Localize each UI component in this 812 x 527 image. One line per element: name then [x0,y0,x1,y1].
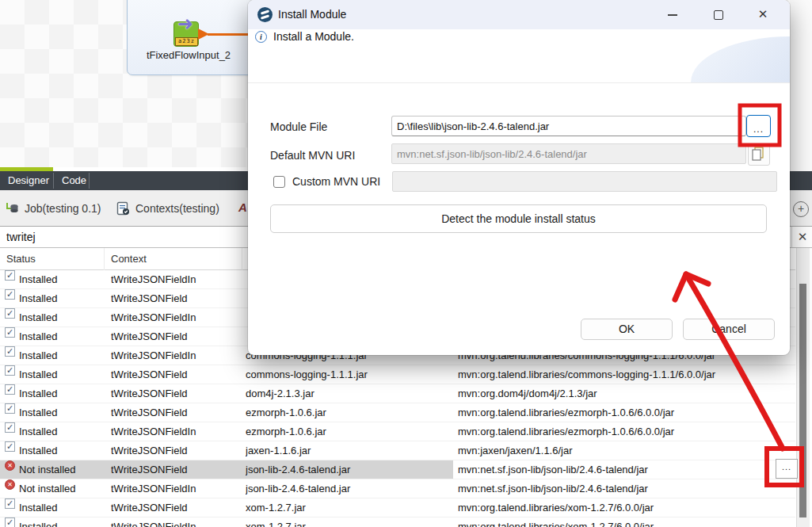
close-icon[interactable]: ✕ [795,228,810,246]
status-icon: ✓ [5,346,15,357]
talend-studio-window: ➜ a23z tFixedFlowInput_2 Designer Code J… [0,0,812,527]
table-row[interactable]: ✓ Installed tWriteJSONFieldIn xom-1.2.7.… [0,517,795,527]
cancel-button[interactable]: Cancel [683,319,775,340]
module-cell: json-lib-2.4.6-talend.jar [246,460,452,479]
status-icon: ✓ [5,270,15,281]
context-cell: tWriteJSONField [111,365,240,384]
search-separator [791,227,792,247]
mvnuri-cell: mvn:org.talend.libraries/ezmorph-1.0.6/6… [458,422,794,441]
status-icon: ✓ [5,498,15,509]
mvnuri-cell: mvn:net.sf.json-lib/json-lib/2.4.6-talen… [458,479,794,498]
context-cell: tWriteJSONFieldIn [111,517,240,527]
table-row[interactable]: ✓ Installed tWriteJSONField ezmorph-1.0.… [0,403,795,422]
status-cell: Installed [19,289,102,307]
mvnuri-cell: mvn:org.talend.libraries/ezmorph-1.0.6/6… [458,403,794,422]
status-icon: ✓ [5,308,15,319]
table-row[interactable]: ✓ Installed tWriteJSONField jaxen-1.1.6.… [0,441,795,460]
default-mvn-uri-label: Default MVN URI [270,149,355,162]
talend-logo-icon [257,7,273,22]
custom-mvn-uri-label: Custom MVN URI [292,175,380,188]
status-cell: Installed [19,270,102,288]
minimize-button[interactable] [654,0,691,29]
copy-icon [749,144,768,163]
context-cell: tWriteJSONField [111,460,240,479]
status-cell: Installed [19,403,102,422]
status-cell: Not installed [19,479,102,498]
custom-mvn-uri-checkbox[interactable] [273,176,285,188]
view-tab-contexts[interactable]: Contexts(testing) [116,190,219,226]
context-cell: tWriteJSONField [111,327,240,346]
status-icon: ✓ [5,403,15,414]
contexts-icon [116,201,130,216]
view-tab-contexts-label: Contexts(testing) [135,202,219,215]
context-cell: tWriteJSONField [111,498,240,517]
column-header-status[interactable]: Status [6,248,36,269]
mvnuri-cell: mvn:org.talend.libraries/commons-logging… [458,365,794,384]
maximize-button[interactable] [700,0,736,29]
minimize-icon [668,14,677,16]
table-row[interactable]: ✓ Installed tWriteJSONField commons-logg… [0,365,795,384]
designer-canvas[interactable]: ➜ a23z tFixedFlowInput_2 [0,0,248,167]
mvnuri-cell: mvn:org.talend.libraries/xom-1.2.7/6.0.0… [458,498,794,517]
context-cell: tWriteJSONFieldIn [111,308,240,327]
tab-separator [89,173,90,189]
context-cell: tWriteJSONFieldIn [111,270,240,288]
context-cell: tWriteJSONField [111,403,240,422]
mvn-uri-cell-browse-button[interactable]: ... [776,459,798,479]
status-cell: Installed [19,441,102,460]
module-cell: json-lib-2.4.6-talend.jar [246,479,452,498]
dialog-title: Install Module [278,0,346,29]
browse-button[interactable]: ... [746,115,771,137]
status-icon: ✕ [5,460,15,471]
ok-button[interactable]: OK [581,319,673,340]
default-mvn-uri-input [391,143,746,164]
canvas-right-margin [790,0,812,171]
mvnuri-cell: mvn:org.dom4j/dom4j/2.1.3/jar [458,384,794,403]
install-module-dialog: Install Module ✕ i Install a Module. Mod… [248,0,790,355]
view-tab-job-label: Job(testing 0.1) [25,202,101,215]
component-arrow-icon: ➜ [177,13,193,35]
copy-uri-button[interactable] [748,143,770,166]
custom-mvn-uri-input [392,171,777,192]
info-icon: i [255,31,267,43]
module-cell: jaxen-1.1.6.jar [246,441,452,460]
table-row[interactable]: ✓ Installed tWriteJSONField xom-1.2.7.ja… [0,498,795,517]
status-cell: Installed [19,517,102,527]
module-cell: xom-1.2.7.jar [246,517,452,527]
close-icon: ✕ [745,0,781,29]
module-cell: ezmorph-1.0.6.jar [246,403,452,422]
status-cell: Installed [19,498,102,517]
add-view-icon[interactable]: + [793,201,809,217]
status-cell: Installed [19,422,102,441]
tab-designer[interactable]: Designer [0,171,57,190]
close-button[interactable]: ✕ [745,0,781,29]
status-icon: ✓ [5,384,15,395]
column-header-context[interactable]: Context [111,248,147,269]
view-tab-job[interactable]: Job(testing 0.1) [6,190,101,226]
table-row[interactable]: ✕ Not installed tWriteJSONField json-lib… [0,460,795,479]
connection-line[interactable] [208,33,248,36]
job-icon [6,201,19,215]
status-icon: ✓ [5,289,15,300]
dialog-info-text: Install a Module. [273,30,354,43]
module-cell: xom-1.2.7.jar [246,498,452,517]
detect-install-status-button[interactable]: Detect the module install status [270,204,767,233]
table-row[interactable]: ✕ Not installed tWriteJSONFieldIn json-l… [0,479,795,498]
module-file-input[interactable] [391,116,746,136]
partial-toolbar-icon[interactable]: A [238,200,247,214]
module-cell: dom4j-2.1.3.jar [246,384,452,403]
table-row[interactable]: ✓ Installed tWriteJSONFieldIn ezmorph-1.… [0,422,795,441]
dialog-title-bar[interactable]: Install Module ✕ [248,0,790,29]
scrollbar-thumb[interactable] [799,284,806,517]
status-icon: ✓ [5,365,15,376]
module-cell: ezmorph-1.0.6.jar [246,422,452,441]
status-cell: Installed [19,327,102,346]
status-icon: ✓ [5,327,15,338]
status-icon: ✓ [5,517,15,527]
table-row[interactable]: ✓ Installed tWriteJSONField dom4j-2.1.3.… [0,384,795,403]
component-label[interactable]: tFixedFlowInput_2 [127,49,250,61]
status-cell: Installed [19,346,102,365]
status-icon: ✓ [5,441,15,452]
context-cell: tWriteJSONField [111,441,240,460]
banner-decoration [691,36,790,82]
